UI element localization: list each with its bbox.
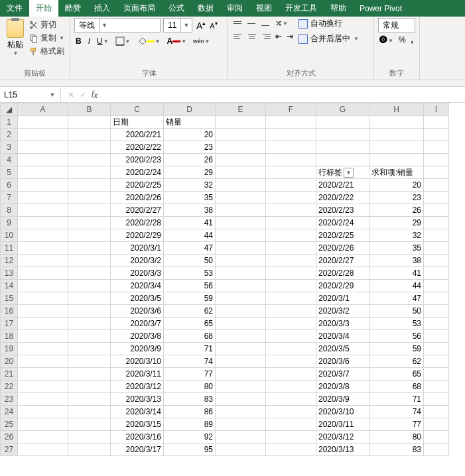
- cell[interactable]: [424, 292, 449, 305]
- cell[interactable]: [216, 343, 266, 355]
- cell[interactable]: [216, 330, 266, 343]
- cell[interactable]: [68, 305, 111, 318]
- cell[interactable]: [424, 368, 449, 381]
- cell[interactable]: [424, 116, 449, 129]
- cell[interactable]: [266, 406, 316, 418]
- tab-formulas[interactable]: 公式: [162, 0, 191, 17]
- chevron-down-icon[interactable]: ▼: [59, 35, 64, 41]
- cell[interactable]: [216, 280, 266, 292]
- cell[interactable]: [18, 368, 68, 381]
- cell[interactable]: [68, 129, 111, 141]
- column-header[interactable]: D: [164, 103, 216, 116]
- cell[interactable]: [424, 229, 449, 242]
- cell[interactable]: [18, 154, 68, 166]
- cell[interactable]: 2020/2/25: [111, 179, 164, 192]
- cell[interactable]: [369, 154, 424, 166]
- column-header[interactable]: A: [18, 103, 68, 116]
- row-header[interactable]: 8: [1, 204, 18, 217]
- cell[interactable]: [424, 255, 449, 267]
- cell[interactable]: [18, 343, 68, 355]
- copy-button[interactable]: 复制▼: [29, 32, 64, 44]
- cell[interactable]: 23: [164, 141, 216, 154]
- cell[interactable]: 2020/2/27: [316, 255, 369, 267]
- cell[interactable]: [68, 154, 111, 166]
- align-right-button[interactable]: [260, 31, 272, 42]
- cell[interactable]: [216, 166, 266, 179]
- cell[interactable]: [266, 431, 316, 444]
- cell[interactable]: 销量: [164, 116, 216, 129]
- cell[interactable]: [266, 204, 316, 217]
- cell[interactable]: 77: [164, 368, 216, 381]
- cell[interactable]: [68, 267, 111, 280]
- cell[interactable]: [68, 418, 111, 431]
- cell[interactable]: [68, 381, 111, 393]
- cell[interactable]: [266, 444, 316, 456]
- cell[interactable]: 56: [164, 280, 216, 292]
- cell[interactable]: [266, 179, 316, 192]
- cell[interactable]: [68, 280, 111, 292]
- row-header[interactable]: 19: [1, 343, 18, 355]
- row-header[interactable]: 22: [1, 381, 18, 393]
- cell[interactable]: [216, 192, 266, 204]
- cell[interactable]: [424, 418, 449, 431]
- cell[interactable]: [266, 116, 316, 129]
- cell[interactable]: [424, 267, 449, 280]
- cell[interactable]: [18, 166, 68, 179]
- cell[interactable]: 29: [369, 217, 424, 229]
- align-top-button[interactable]: [232, 18, 244, 29]
- row-header[interactable]: 12: [1, 255, 18, 267]
- cell[interactable]: [216, 179, 266, 192]
- cell[interactable]: [68, 116, 111, 129]
- cell[interactable]: [216, 129, 266, 141]
- cell[interactable]: [369, 129, 424, 141]
- row-header[interactable]: 20: [1, 355, 18, 368]
- cell[interactable]: [266, 166, 316, 179]
- cell[interactable]: [266, 343, 316, 355]
- cell[interactable]: 2020/2/26: [316, 242, 369, 255]
- cell[interactable]: 32: [164, 179, 216, 192]
- cell[interactable]: [68, 318, 111, 330]
- align-center-button[interactable]: [246, 31, 258, 42]
- chevron-down-icon[interactable]: ▼: [103, 38, 109, 44]
- cell[interactable]: [266, 242, 316, 255]
- cell[interactable]: [216, 355, 266, 368]
- row-header[interactable]: 6: [1, 179, 18, 192]
- cell[interactable]: 95: [164, 444, 216, 456]
- cell[interactable]: [18, 292, 68, 305]
- cell[interactable]: [266, 267, 316, 280]
- tab-power-pivot[interactable]: Power Pivot: [353, 0, 409, 17]
- chevron-down-icon[interactable]: ▼: [99, 19, 109, 32]
- increase-indent-button[interactable]: ⇥: [285, 32, 295, 41]
- format-painter-button[interactable]: 格式刷: [29, 46, 64, 57]
- accounting-format-button[interactable]: 🄌▼: [378, 35, 395, 44]
- column-header[interactable]: E: [216, 103, 266, 116]
- cell[interactable]: [68, 192, 111, 204]
- cell[interactable]: [266, 192, 316, 204]
- cell[interactable]: [424, 166, 449, 179]
- cell[interactable]: 80: [369, 431, 424, 444]
- align-middle-button[interactable]: [246, 18, 258, 29]
- cell[interactable]: [18, 418, 68, 431]
- cell[interactable]: 2020/2/27: [111, 204, 164, 217]
- cell[interactable]: [424, 154, 449, 166]
- cell[interactable]: [424, 242, 449, 255]
- cell[interactable]: [424, 129, 449, 141]
- column-header[interactable]: I: [424, 103, 449, 116]
- cell[interactable]: [216, 229, 266, 242]
- cell[interactable]: 50: [369, 305, 424, 318]
- cell[interactable]: [68, 444, 111, 456]
- cell[interactable]: 2020/3/1: [111, 242, 164, 255]
- cell[interactable]: 59: [164, 292, 216, 305]
- cell[interactable]: [424, 204, 449, 217]
- cell[interactable]: 83: [369, 444, 424, 456]
- cell[interactable]: [369, 116, 424, 129]
- cell[interactable]: [216, 418, 266, 431]
- row-header[interactable]: 17: [1, 318, 18, 330]
- cell[interactable]: 32: [369, 229, 424, 242]
- decrease-indent-button[interactable]: ⇤: [274, 32, 283, 41]
- cell[interactable]: 2020/2/24: [316, 217, 369, 229]
- cell[interactable]: [424, 318, 449, 330]
- cell[interactable]: 2020/3/10: [316, 406, 369, 418]
- cell[interactable]: [424, 179, 449, 192]
- cell[interactable]: [18, 192, 68, 204]
